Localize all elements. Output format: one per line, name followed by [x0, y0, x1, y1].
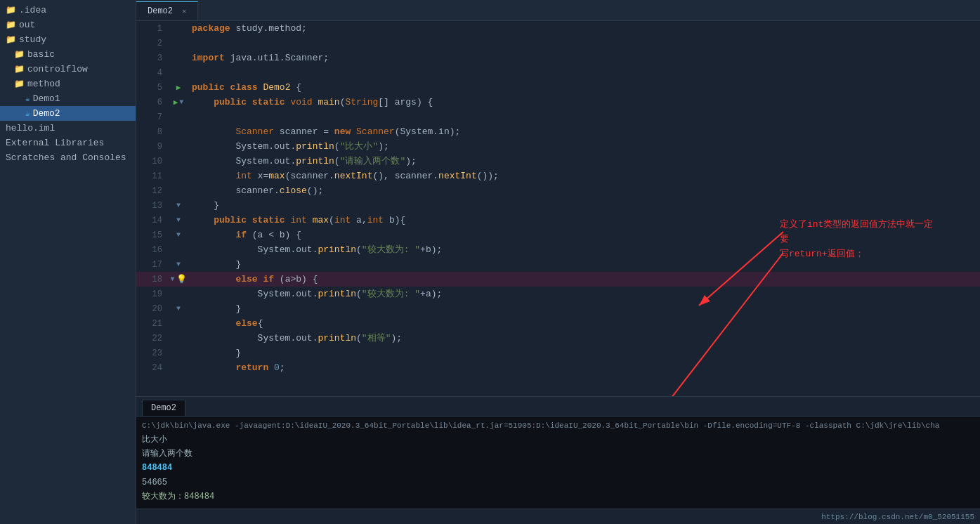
- line-content-14: public static int max(int a,int b){: [189, 213, 980, 228]
- code-line-1: 1 package study.method;: [136, 21, 980, 36]
- console-tab[interactable]: Demo2: [142, 400, 185, 416]
- code-line-11: 11 int x=max(scanner.nextInt(), scanner.…: [136, 169, 980, 183]
- sidebar-item-basic[interactable]: 📁 basic: [0, 47, 136, 62]
- code-line-6: 6 ▶▼ public static void main(String[] ar…: [136, 95, 980, 110]
- editor-tab-bar: Demo2 ✕: [136, 0, 980, 21]
- code-line-13: 13 ▼ }: [136, 198, 980, 213]
- code-line-12: 12 scanner.close();: [136, 183, 980, 198]
- line-content-15: if (a < b) {: [189, 228, 980, 242]
- code-line-4: 4: [136, 65, 980, 80]
- sidebar-item-hello-iml[interactable]: hello.iml: [0, 121, 136, 136]
- editor-tab-label: Demo2: [148, 6, 173, 16]
- fold-icon-20[interactable]: ▼: [176, 305, 181, 313]
- line-content-18: else if (a>b) {: [189, 272, 980, 287]
- sidebar-item-controlflow[interactable]: 📁 controlflow: [0, 62, 136, 77]
- code-line-5: 5 ▶ public class Demo2 {: [136, 80, 980, 95]
- sidebar-label-hello: hello.iml: [6, 123, 55, 133]
- code-line-22: 22 System.out.println("相等");: [136, 331, 980, 346]
- sidebar-label-basic: basic: [27, 49, 55, 60]
- console-output: C:\jdk\bin\java.exe -javaagent:D:\ideaIU…: [136, 417, 980, 509]
- code-line-17: 17 ▼ }: [136, 257, 980, 272]
- fold-icon-17[interactable]: ▼: [176, 261, 181, 268]
- line-content-12: scanner.close();: [189, 183, 980, 198]
- sidebar-label-libraries: External Libraries: [6, 138, 104, 148]
- line-content-8: Scanner scanner = new Scanner(System.in)…: [189, 124, 980, 139]
- line-content-22: System.out.println("相等");: [189, 331, 980, 346]
- main-layout: 📁 .idea 📁 out 📁 study 📁 basic 📁 controlf…: [0, 0, 980, 524]
- bottom-tab-bar: Demo2: [136, 397, 980, 417]
- sidebar-item-demo2[interactable]: ☕ Demo2: [0, 106, 136, 121]
- warning-icon-18: 💡: [176, 274, 187, 284]
- sidebar-label-controlflow: controlflow: [27, 64, 88, 74]
- code-line-7: 7: [136, 110, 980, 124]
- sidebar-label-study: study: [19, 34, 46, 45]
- code-line-3: 3 import java.util.Scanner;: [136, 51, 980, 65]
- line-content-6: public static void main(String[] args) {: [189, 95, 980, 110]
- code-line-24: 24 return 0;: [136, 360, 980, 375]
- sidebar-item-study[interactable]: 📁 study: [0, 32, 136, 47]
- java-file-icon: ☕: [25, 94, 30, 103]
- sidebar-label-scratches: Scratches and Consoles: [6, 152, 126, 163]
- folder-icon: 📁: [14, 49, 25, 60]
- folder-icon: 📁: [14, 64, 25, 74]
- console-cmd-line: C:\jdk\bin\java.exe -javaagent:D:\ideaIU…: [142, 419, 974, 433]
- code-line-10: 10 System.out.println("请输入两个数");: [136, 154, 980, 169]
- code-line-23: 23 }: [136, 346, 980, 360]
- bottom-panel: Demo2 C:\jdk\bin\java.exe -javaagent:D:\…: [136, 396, 980, 509]
- code-line-9: 9 System.out.println("比大小");: [136, 139, 980, 154]
- tab-close-button[interactable]: ✕: [182, 8, 186, 15]
- fold-icon-13[interactable]: ▼: [176, 202, 181, 209]
- editor-wrapper: Demo2 ✕ 1 package study.method; 2 3: [136, 0, 980, 524]
- console-output-val1: 848484: [142, 461, 974, 475]
- fold-icon-14[interactable]: ▼: [176, 216, 181, 224]
- line-content-1: package study.method;: [189, 21, 980, 36]
- sidebar-label-demo2: Demo2: [33, 108, 60, 119]
- sidebar-label-method: method: [27, 79, 60, 89]
- line-number-1: 1: [136, 21, 168, 36]
- line-content-13: }: [189, 198, 980, 213]
- sidebar-item-libraries[interactable]: External Libraries: [0, 136, 136, 150]
- sidebar-item-method[interactable]: 📁 method: [0, 77, 136, 91]
- folder-icon: 📁: [6, 34, 16, 45]
- line-content-5: public class Demo2 {: [189, 80, 980, 95]
- java-file-icon: ☕: [25, 109, 30, 118]
- line-content-17: }: [189, 257, 980, 272]
- status-bar: https://blog.csdn.net/m0_52051155: [136, 509, 980, 524]
- code-line-20: 20 ▼ }: [136, 301, 980, 316]
- code-line-8: 8 Scanner scanner = new Scanner(System.i…: [136, 124, 980, 139]
- code-line-18: 18 ▼💡 else if (a>b) {: [136, 272, 980, 287]
- sidebar-label-demo1: Demo1: [33, 93, 60, 104]
- folder-icon: 📁: [6, 5, 16, 15]
- sidebar-item-demo1[interactable]: ☕ Demo1: [0, 91, 136, 106]
- code-editor[interactable]: 1 package study.method; 2 3 import java.…: [136, 21, 980, 396]
- console-output-result: 较大数为：848484: [142, 490, 974, 504]
- line-content-16: System.out.println("较大数为: "+b);: [189, 242, 980, 257]
- code-line-19: 19 System.out.println("较大数为: "+a);: [136, 287, 980, 301]
- line-content-24: return 0;: [189, 360, 980, 375]
- run-icon-6[interactable]: ▶: [174, 98, 178, 107]
- console-output-bida: 比大小: [142, 433, 974, 447]
- line-content-23: }: [189, 346, 980, 360]
- code-line-21: 21 else{: [136, 316, 980, 331]
- status-url: https://blog.csdn.net/m0_52051155: [821, 513, 974, 521]
- line-content-9: System.out.println("比大小");: [189, 139, 980, 154]
- sidebar-item-scratches[interactable]: Scratches and Consoles: [0, 150, 136, 165]
- line-content-19: System.out.println("较大数为: "+a);: [189, 287, 980, 301]
- line-content-20: }: [189, 301, 980, 316]
- line-content-3: import java.util.Scanner;: [189, 51, 980, 65]
- editor-tab-demo2[interactable]: Demo2 ✕: [136, 1, 198, 20]
- run-icon-5[interactable]: ▶: [176, 83, 181, 92]
- sidebar-label-out: out: [19, 20, 35, 30]
- line-content-10: System.out.println("请输入两个数");: [189, 154, 980, 169]
- folder-icon: 📁: [6, 20, 16, 30]
- sidebar-item-idea[interactable]: 📁 .idea: [0, 3, 136, 18]
- sidebar-item-out[interactable]: 📁 out: [0, 18, 136, 32]
- code-line-14: 14 ▼ public static int max(int a,int b){: [136, 213, 980, 228]
- line-content-11: int x=max(scanner.nextInt(), scanner.nex…: [189, 169, 980, 183]
- folder-icon: 📁: [14, 79, 25, 89]
- project-sidebar: 📁 .idea 📁 out 📁 study 📁 basic 📁 controlf…: [0, 0, 136, 524]
- fold-icon-6[interactable]: ▼: [179, 98, 183, 106]
- code-line-2: 2: [136, 36, 980, 51]
- fold-icon-15[interactable]: ▼: [176, 231, 181, 239]
- line-content-21: else{: [189, 316, 980, 331]
